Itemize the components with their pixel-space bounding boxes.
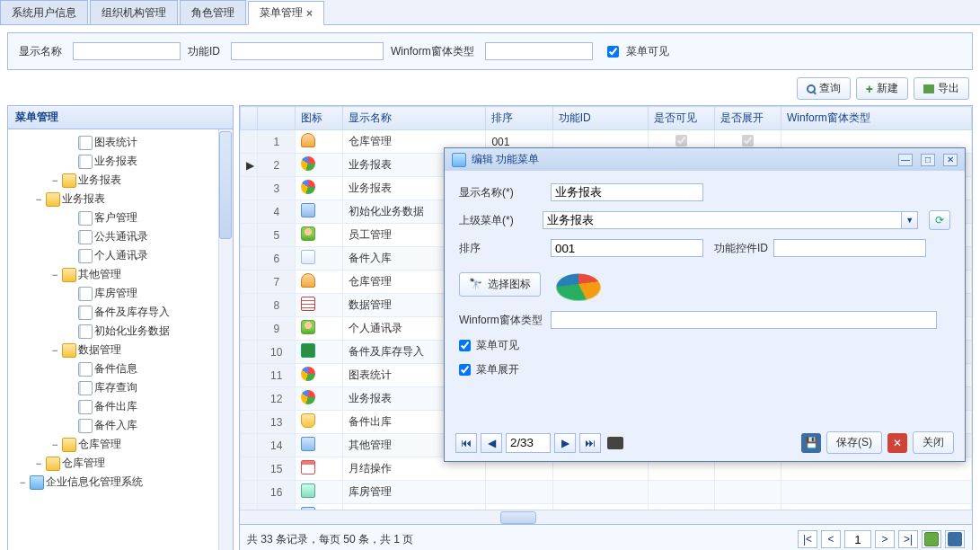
tree-node[interactable]: −仓库管理 xyxy=(12,454,229,473)
tree-toggle-icon[interactable]: − xyxy=(49,174,60,187)
new-button[interactable]: +新建 xyxy=(856,77,908,100)
tree-node[interactable]: 备件及库存导入 xyxy=(12,303,229,322)
dlg-func-id-input[interactable] xyxy=(773,239,926,257)
record-last-button[interactable]: ⏭ xyxy=(579,433,601,453)
dialog-close-button[interactable]: ✕ xyxy=(943,154,958,166)
page-last-button[interactable]: >| xyxy=(898,530,918,548)
dlg-parent-refresh-button[interactable]: ⟳ xyxy=(929,210,950,230)
tree-toggle-icon[interactable]: − xyxy=(49,269,60,281)
grid-hscroll-thumb[interactable] xyxy=(500,511,536,524)
grid-hscrollbar[interactable] xyxy=(240,510,972,524)
tree-node-icon xyxy=(62,268,76,282)
tree-node[interactable]: 初始化业务数据 xyxy=(12,322,229,341)
dialog-maximize-button[interactable]: □ xyxy=(921,154,935,166)
tree-scrollbar[interactable] xyxy=(218,129,233,550)
tree-node-icon xyxy=(78,306,93,320)
dlg-parent-dropdown-button[interactable]: ▼ xyxy=(902,211,918,229)
tree-body[interactable]: 图表统计业务报表−业务报表−业务报表客户管理公共通讯录个人通讯录−其他管理库房管… xyxy=(8,129,233,550)
tree-node[interactable]: 客户管理 xyxy=(12,208,229,227)
tab-系统用户信息[interactable]: 系统用户信息 xyxy=(0,0,88,24)
grid-header[interactable]: 是否可见 xyxy=(648,107,714,130)
tree-node[interactable]: −数据管理 xyxy=(12,341,229,359)
row-icon xyxy=(301,483,315,498)
dlg-parent-label: 上级菜单(*) xyxy=(459,213,537,228)
choose-icon-button[interactable]: 🔭 选择图标 xyxy=(459,272,541,297)
grid-header[interactable]: Winform窗体类型 xyxy=(781,107,971,130)
toolbar: 查询 +新建 导出 xyxy=(0,77,980,105)
winform-type-input[interactable] xyxy=(485,42,593,60)
tree-node-icon xyxy=(78,324,93,339)
tree-node[interactable]: 备件出库 xyxy=(12,397,229,416)
tree-node-icon xyxy=(78,400,93,414)
tree-scroll-thumb[interactable] xyxy=(219,131,232,239)
row-marker xyxy=(241,457,258,481)
refresh-icon: ⟳ xyxy=(935,214,944,226)
dialog-titlebar[interactable]: 编辑 功能菜单 — □ ✕ xyxy=(445,148,965,171)
tree-node[interactable]: 库房管理 xyxy=(12,284,229,303)
record-first-button[interactable]: ⏮ xyxy=(455,433,477,453)
tree-toggle-icon[interactable]: − xyxy=(49,344,60,357)
function-id-input[interactable] xyxy=(231,42,384,60)
dlg-display-name-label: 显示名称(*) xyxy=(459,185,545,200)
dlg-visible-checkbox[interactable] xyxy=(459,340,471,351)
grid-header[interactable]: 显示名称 xyxy=(343,107,486,130)
dlg-sort-input[interactable] xyxy=(551,239,703,257)
save-button[interactable]: 保存(S) xyxy=(826,431,882,454)
tree-toggle-icon[interactable]: − xyxy=(33,193,44,206)
tab-角色管理[interactable]: 角色管理 xyxy=(180,0,246,24)
tree-node[interactable]: −仓库管理 xyxy=(12,435,229,454)
table-row[interactable]: 16库房管理 xyxy=(241,481,972,504)
grid-header[interactable]: 图标 xyxy=(296,107,343,130)
grid-header[interactable]: 是否展开 xyxy=(714,107,781,130)
tree-node[interactable]: −其他管理 xyxy=(12,265,229,284)
close-button[interactable]: 关闭 xyxy=(913,431,954,454)
tab-组织机构管理[interactable]: 组织机构管理 xyxy=(90,0,178,24)
dlg-func-id-label: 功能控件ID xyxy=(714,241,768,256)
page-export-button[interactable] xyxy=(922,530,941,548)
record-print-button[interactable] xyxy=(605,433,626,453)
display-name-input[interactable] xyxy=(73,42,181,60)
tree-node[interactable]: −企业信息化管理系统 xyxy=(12,473,229,492)
record-prev-button[interactable]: ◀ xyxy=(481,433,502,453)
grid-header[interactable]: 排序 xyxy=(486,107,552,130)
dialog-icon xyxy=(452,153,466,167)
page-save-button[interactable] xyxy=(945,530,965,548)
page-input[interactable] xyxy=(844,530,871,548)
tree-node[interactable]: −业务报表 xyxy=(12,190,229,208)
tree-node[interactable]: 公共通讯录 xyxy=(12,227,229,246)
dialog-minimize-button[interactable]: — xyxy=(898,154,913,166)
tree-node[interactable]: 个人通讯录 xyxy=(12,246,229,265)
page-next-button[interactable]: > xyxy=(875,530,895,548)
grid-header[interactable]: 功能ID xyxy=(552,107,648,130)
menu-visible-label: 菜单可见 xyxy=(626,44,669,59)
dlg-display-name-input[interactable] xyxy=(551,183,703,201)
dlg-parent-input[interactable] xyxy=(543,211,902,229)
tree-toggle-icon[interactable]: − xyxy=(17,476,28,489)
record-position-input[interactable] xyxy=(506,433,551,453)
tree-node[interactable]: 业务报表 xyxy=(12,152,229,171)
tree-node-label: 初始化业务数据 xyxy=(94,324,170,339)
pager: |< < > >| xyxy=(798,530,965,548)
tree-node[interactable]: −业务报表 xyxy=(12,171,229,190)
page-prev-button[interactable]: < xyxy=(821,530,841,548)
tree-node[interactable]: 备件入库 xyxy=(12,416,229,435)
tab-菜单管理[interactable]: 菜单管理× xyxy=(248,1,324,25)
tree-toggle-icon[interactable]: − xyxy=(49,439,60,451)
row-marker xyxy=(241,200,258,224)
export-button[interactable]: 导出 xyxy=(914,77,969,100)
tree-node[interactable]: 备件信息 xyxy=(12,359,229,378)
tree-node-label: 客户管理 xyxy=(94,210,137,226)
page-first-button[interactable]: |< xyxy=(798,530,817,548)
dlg-expand-checkbox[interactable] xyxy=(459,364,471,376)
search-button[interactable]: 查询 xyxy=(797,77,851,100)
tree-node[interactable]: 图表统计 xyxy=(12,133,229,152)
winform-type-label: Winform窗体类型 xyxy=(391,44,474,59)
menu-visible-checkbox[interactable] xyxy=(607,46,619,58)
record-next-button[interactable]: ▶ xyxy=(554,433,576,453)
icon-preview xyxy=(551,274,607,301)
dlg-winform-input[interactable] xyxy=(551,311,937,329)
tree-toggle-icon[interactable]: − xyxy=(33,457,44,470)
tree-node[interactable]: 库存查询 xyxy=(12,378,229,397)
tab-close-icon[interactable]: × xyxy=(306,7,313,20)
tree-node-icon xyxy=(78,419,93,433)
